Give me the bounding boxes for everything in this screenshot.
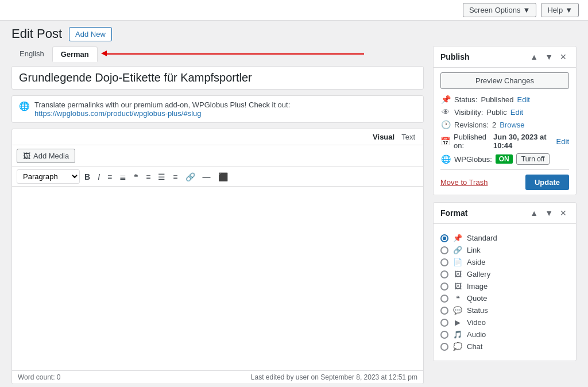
revisions-row: 🕐 Revisions: 2 Browse: [440, 120, 569, 129]
format-radio-image[interactable]: [440, 282, 448, 291]
update-button[interactable]: Update: [525, 175, 569, 190]
status-edit-link[interactable]: Edit: [517, 95, 530, 104]
tab-english[interactable]: English: [11, 47, 52, 61]
published-value: Jun 30, 2023 at 10:44: [493, 133, 553, 150]
visual-tab[interactable]: Visual: [369, 131, 398, 142]
format-icon-image: 🖼: [453, 282, 462, 291]
page-title: Edit Post: [11, 26, 62, 41]
more-button[interactable]: —: [200, 171, 214, 183]
visibility-label: Visibility:: [454, 108, 483, 117]
add-media-icon: 🖼: [23, 152, 30, 160]
screen-options-button[interactable]: Screen Options ▼: [463, 3, 536, 17]
status-value: Published: [481, 95, 513, 104]
add-new-button[interactable]: Add New: [69, 27, 112, 41]
format-box-title: Format: [440, 208, 467, 218]
format-radio-audio[interactable]: [440, 331, 448, 339]
wpglobus-turnoff-button[interactable]: Turn off: [516, 153, 550, 165]
revisions-icon: 🕐: [440, 120, 451, 129]
format-icon-link: 🔗: [453, 246, 462, 254]
status-label: Status:: [454, 95, 477, 104]
format-item-status[interactable]: 💬Status: [440, 304, 569, 316]
format-radio-link[interactable]: [440, 246, 448, 254]
format-item-chat[interactable]: 💭Chat: [440, 340, 569, 353]
format-radio-quote[interactable]: [440, 295, 448, 303]
publish-box-body: Preview Changes 📌 Status: Published Edit…: [434, 68, 576, 195]
publish-close[interactable]: ✕: [558, 51, 569, 63]
format-item-link[interactable]: 🔗Link: [440, 244, 569, 256]
italic-button[interactable]: I: [95, 171, 103, 183]
move-to-trash-button[interactable]: Move to Trash: [440, 178, 488, 187]
visibility-edit-link[interactable]: Edit: [510, 108, 523, 117]
format-box-body: 📌Standard🔗Link📄Aside🖼Gallery🖼Image❝Quote…: [434, 224, 576, 361]
help-button[interactable]: Help ▼: [541, 3, 579, 17]
format-radio-chat[interactable]: [440, 343, 448, 351]
paragraph-select[interactable]: Paragraph Heading 1 Heading 2 Heading 3 …: [17, 169, 80, 184]
format-item-gallery[interactable]: 🖼Gallery: [440, 268, 569, 280]
align-center-button[interactable]: ☰: [155, 171, 168, 183]
format-box-controls: ▲ ▼ ✕: [528, 207, 569, 219]
format-radio-standard[interactable]: [440, 234, 448, 242]
format-label-video: Video: [467, 318, 486, 327]
preview-changes-button[interactable]: Preview Changes: [440, 72, 569, 89]
wpglobus-row: 🌐 WPGlobus: ON Turn off: [440, 153, 569, 165]
publish-box-header[interactable]: Publish ▲ ▼ ✕: [434, 47, 576, 68]
link-button[interactable]: 🔗: [183, 171, 198, 183]
editor-view-toggle: Visual Text: [12, 129, 423, 145]
align-left-button[interactable]: ≡: [143, 171, 153, 183]
bold-button[interactable]: B: [82, 171, 93, 183]
format-item-audio[interactable]: 🎵Audio: [440, 328, 569, 340]
format-item-video[interactable]: ▶Video: [440, 316, 569, 328]
format-close[interactable]: ✕: [558, 207, 569, 219]
format-label-status: Status: [467, 306, 488, 315]
format-icon-standard: 📌: [453, 234, 462, 242]
toolbar-toggle-button[interactable]: ⬛: [215, 171, 231, 183]
format-icon-video: ▶: [453, 318, 462, 327]
visibility-icon: 👁: [440, 107, 451, 117]
wpglobus-status: ON: [496, 154, 513, 164]
page-title-area: Edit Post Add New: [0, 21, 588, 41]
published-edit-link[interactable]: Edit: [556, 137, 569, 146]
add-media-button[interactable]: 🖼 Add Media: [17, 149, 75, 163]
last-edited: Last edited by user on September 8, 2023…: [251, 373, 417, 381]
unordered-list-button[interactable]: ≡: [105, 171, 115, 183]
format-radio-status[interactable]: [440, 307, 448, 315]
published-row: 📅 Published on: Jun 30, 2023 at 10:44 Ed…: [440, 133, 569, 150]
format-collapse-up[interactable]: ▲: [528, 207, 540, 219]
text-tab[interactable]: Text: [398, 131, 419, 142]
align-right-button[interactable]: ≡: [170, 171, 180, 183]
publish-collapse-up[interactable]: ▲: [528, 51, 540, 63]
publish-collapse-down[interactable]: ▼: [543, 51, 555, 63]
format-label-audio: Audio: [467, 330, 486, 339]
format-radio-video[interactable]: [440, 319, 448, 327]
right-panel: Publish ▲ ▼ ✕ Preview Changes 📌 Status: …: [433, 46, 577, 384]
revisions-browse-link[interactable]: Browse: [500, 121, 524, 129]
wpglobus-label: WPGlobus:: [454, 155, 492, 164]
permalink-notice-link[interactable]: https://wpglobus.com/product/wpglobus-pl…: [34, 109, 202, 118]
format-icon-audio: 🎵: [453, 330, 462, 339]
editor-body[interactable]: [12, 187, 423, 370]
wpglobus-icon: 🌐: [440, 154, 451, 164]
format-collapse-down[interactable]: ▼: [543, 207, 555, 219]
revisions-value: 2: [492, 121, 496, 129]
format-label-link: Link: [467, 246, 481, 254]
format-item-image[interactable]: 🖼Image: [440, 280, 569, 292]
format-item-quote[interactable]: ❝Quote: [440, 292, 569, 304]
publish-box-controls: ▲ ▼ ✕: [528, 51, 569, 63]
tab-german[interactable]: German: [52, 47, 98, 62]
post-title-input[interactable]: [11, 66, 424, 90]
format-icon-gallery: 🖼: [453, 270, 462, 278]
arrow-head: [101, 51, 107, 56]
status-icon: 📌: [440, 95, 451, 104]
blockquote-button[interactable]: ❝: [131, 171, 141, 183]
format-item-standard[interactable]: 📌Standard: [440, 232, 569, 244]
format-item-aside[interactable]: 📄Aside: [440, 256, 569, 268]
publish-box: Publish ▲ ▼ ✕ Preview Changes 📌 Status: …: [433, 46, 577, 195]
format-radio-aside[interactable]: [440, 258, 448, 266]
format-radio-gallery[interactable]: [440, 270, 448, 278]
ordered-list-button[interactable]: ≣: [117, 171, 129, 183]
format-box-header[interactable]: Format ▲ ▼ ✕: [434, 203, 576, 224]
format-icon-aside: 📄: [453, 258, 462, 266]
format-label-image: Image: [467, 282, 488, 291]
format-list: 📌Standard🔗Link📄Aside🖼Gallery🖼Image❝Quote…: [440, 229, 569, 356]
format-label-gallery: Gallery: [467, 270, 490, 278]
